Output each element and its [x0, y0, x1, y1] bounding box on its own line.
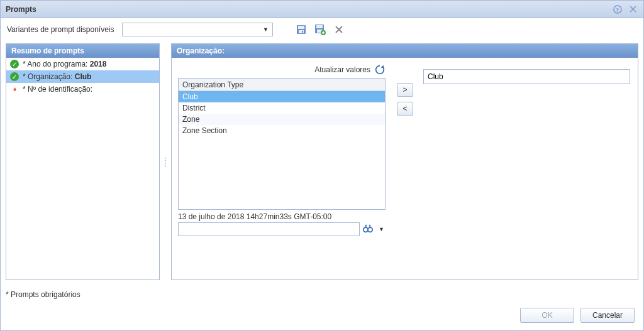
search-options-chevron-icon[interactable]: ▼: [377, 226, 386, 232]
last-refresh-timestamp: 13 de julho de 2018 14h27min33s GMT-05:0…: [178, 212, 386, 221]
summary-item-label: * Organização: Club: [23, 72, 91, 81]
ok-button[interactable]: OK: [520, 308, 574, 323]
add-button[interactable]: >: [397, 83, 413, 97]
svg-rect-7: [302, 31, 303, 33]
svg-marker-16: [381, 65, 384, 68]
selected-value-input[interactable]: [423, 69, 630, 84]
svg-line-19: [365, 225, 366, 228]
check-icon: ✓: [10, 72, 19, 81]
variants-label: Variantes de prompt disponíveis: [7, 25, 114, 34]
organization-list: Organization Type ClubDistrictZoneZone S…: [178, 78, 386, 210]
prompts-dialog: Prompts ? Variantes de prompt disponívei…: [0, 0, 644, 331]
splitter[interactable]: [164, 43, 167, 280]
remove-button[interactable]: <: [397, 102, 413, 116]
svg-rect-9: [316, 25, 323, 28]
detail-header: Organização:: [172, 44, 638, 58]
close-icon[interactable]: [627, 4, 638, 15]
refresh-icon[interactable]: [374, 64, 386, 75]
summary-item-label: * Ano do programa: 2018: [23, 60, 106, 68]
organization-column-header[interactable]: Organization Type: [179, 79, 385, 91]
summary-item[interactable]: ✓* Organização: Club: [6, 70, 159, 83]
arrow-required-icon: ➧: [10, 85, 19, 94]
summary-item[interactable]: ✓* Ano do programa: 2018: [6, 58, 159, 70]
save-as-icon[interactable]: [313, 23, 327, 36]
dialog-buttons: OK Cancelar: [520, 308, 635, 323]
cancel-button[interactable]: Cancelar: [580, 308, 635, 323]
list-item[interactable]: Club: [179, 91, 385, 102]
summary-item[interactable]: ➧* Nº de identificação:: [6, 83, 159, 95]
window-title: Prompts: [6, 5, 36, 14]
columns: Resumo de prompts ✓* Ano do programa: 20…: [6, 43, 638, 280]
chevron-down-icon: ▼: [261, 24, 271, 35]
svg-text:?: ?: [616, 6, 619, 13]
check-icon: ✓: [10, 60, 19, 68]
selected-values-box: [423, 69, 630, 84]
list-item[interactable]: District: [179, 102, 385, 114]
organization-items: ClubDistrictZoneZone Section: [179, 91, 385, 136]
search-input[interactable]: [178, 222, 360, 236]
summary-item-label: * Nº de identificação:: [23, 85, 92, 94]
svg-line-20: [370, 225, 370, 228]
binoculars-icon[interactable]: [362, 223, 375, 236]
save-icon[interactable]: [294, 23, 308, 36]
help-icon[interactable]: ?: [612, 4, 623, 15]
svg-point-17: [364, 227, 368, 232]
summary-header: Resumo de prompts: [6, 44, 159, 58]
summary-panel: Resumo de prompts ✓* Ano do programa: 20…: [6, 43, 160, 280]
refresh-row: Atualizar valores: [178, 64, 386, 75]
svg-point-18: [368, 227, 372, 232]
svg-rect-5: [298, 26, 304, 29]
titlebar: Prompts ?: [1, 1, 643, 18]
summary-list: ✓* Ano do programa: 2018✓* Organização: …: [6, 58, 159, 279]
variants-toolbar: Variantes de prompt disponíveis ▼: [1, 18, 643, 41]
list-item[interactable]: Zone Section: [179, 125, 385, 136]
detail-panel: Organização: Atualizar valores Organizat…: [171, 43, 638, 280]
variants-dropdown[interactable]: ▼: [122, 23, 273, 36]
transfer-buttons: > <: [397, 83, 413, 116]
list-item[interactable]: Zone: [179, 114, 385, 125]
delete-icon[interactable]: [332, 23, 346, 36]
required-footnote: * Prompts obrigatórios: [6, 290, 80, 299]
detail-body: Atualizar valores Organization Type Club…: [172, 58, 638, 279]
refresh-label: Atualizar valores: [314, 65, 370, 74]
search-row: ▼: [178, 222, 386, 236]
